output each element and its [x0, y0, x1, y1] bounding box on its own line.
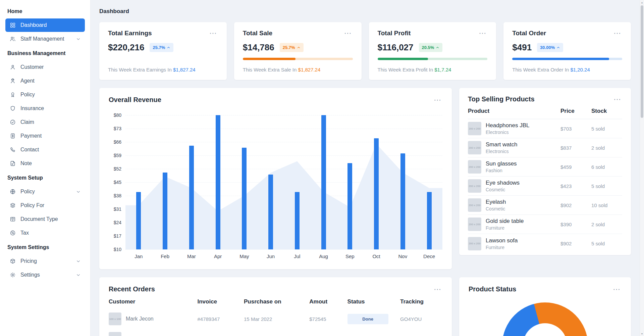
page-title: Dashboard [99, 8, 631, 15]
stat-progress-fill [512, 58, 609, 60]
sidebar-item-document-type[interactable]: Document Type [5, 212, 85, 226]
x-axis-label: Sep [337, 253, 363, 259]
bar-may[interactable] [242, 148, 247, 249]
stat-progress-bar [243, 58, 353, 60]
product-stock: 5 sold [591, 241, 622, 246]
gridline [125, 249, 442, 250]
card-header: Total Earnings⋯ [108, 30, 218, 37]
sidebar-item-agent[interactable]: Agent [5, 74, 85, 88]
y-axis-label: $52 [114, 166, 121, 172]
sidebar-item-staff-management[interactable]: Staff Management [5, 32, 85, 46]
agent-icon [9, 78, 16, 84]
bar-mar[interactable] [189, 146, 194, 249]
ellipsis-menu-button[interactable]: ⋯ [433, 286, 442, 293]
product-row-gold-side-table[interactable]: 200 x 200Gold side tableFurniture$3902 s… [468, 215, 622, 234]
sidebar-item-settings[interactable]: Settings [5, 268, 85, 282]
ellipsis-menu-button[interactable]: ⋯ [433, 96, 442, 104]
ellipsis-menu-button[interactable]: ⋯ [209, 30, 218, 37]
x-axis-label: Feb [152, 253, 178, 259]
sidebar-item-tax[interactable]: Tax [5, 226, 85, 240]
column-header-tracking: Tracking [400, 298, 442, 305]
ellipsis-menu-button[interactable]: ⋯ [343, 30, 353, 37]
x-axis-label: Apr [205, 253, 231, 259]
scroll-up-icon[interactable]: ▲ [640, 0, 644, 5]
bar-sep[interactable] [347, 163, 352, 249]
product-row-smart-watch[interactable]: 200 x 200Smart watchElectronics$8372 sol… [468, 138, 622, 157]
products-table-body: 200 x 200Headphones JBLElectronics$7035 … [468, 119, 622, 253]
sidebar-item-label: Customer [20, 64, 44, 70]
arrow-up-icon [556, 46, 560, 49]
product-row-eye-shadows[interactable]: 200 x 200Eye shadowsCosmetic$4235 sold [468, 177, 622, 196]
sidebar-item-policy-for[interactable]: Policy For [5, 199, 85, 212]
stat-note-amount: $1,20.24 [570, 67, 590, 73]
order-row[interactable]: 100 x 100Mark Jecon#478934715 Mar 2022$7… [109, 309, 442, 329]
product-cell: 200 x 200Eye shadowsCosmetic [468, 179, 560, 193]
y-axis-label: $80 [114, 112, 121, 118]
bar-apr[interactable] [216, 115, 220, 249]
shield-icon [9, 105, 16, 112]
product-row-sun-glasses[interactable]: 200 x 200Sun glassesFashion$4596 sold [468, 157, 622, 177]
sidebar-item-claim[interactable]: Claim [5, 115, 85, 129]
card-header: Overall Revenue ⋯ [109, 96, 442, 104]
product-text: Sun glassesFashion [486, 160, 517, 173]
sidebar-item-contact[interactable]: Contact [5, 143, 85, 156]
sidebar-item-customer[interactable]: Customer [5, 60, 85, 74]
sidebar-section-header: Home [5, 4, 85, 18]
column-header-amout: Amout [309, 298, 347, 305]
bar-aug[interactable] [321, 115, 326, 249]
stats-row: Total Earnings⋯$220,21625.7%This Week Ex… [99, 22, 631, 80]
sidebar-item-insurance[interactable]: Insurance [5, 102, 85, 115]
ellipsis-menu-button[interactable]: ⋯ [613, 96, 622, 103]
sidebar-item-pricing[interactable]: Pricing [5, 254, 85, 268]
column-header-price: Price [560, 108, 591, 114]
sidebar-item-dashboard[interactable]: Dashboard [5, 18, 85, 32]
revenue-bar-chart: $80$73$66$59$52$45$38$31$24$17$10 [109, 115, 442, 249]
y-axis-label: $31 [114, 206, 121, 212]
bar-jul[interactable] [295, 192, 300, 249]
product-category: Cosmetic [486, 187, 520, 192]
product-stock: 2 sold [591, 222, 622, 227]
vertical-scrollbar[interactable]: ▲ ▼ [640, 0, 644, 336]
bar-nov[interactable] [400, 153, 405, 249]
card-title: Product Status [469, 285, 516, 293]
stat-note: This Week Extra Earnings In $1,827.24 [108, 67, 218, 73]
scroll-down-icon[interactable]: ▼ [640, 331, 644, 336]
product-category: Furniture [486, 225, 524, 231]
bar-slot [125, 115, 152, 249]
product-price: $423 [560, 183, 591, 189]
product-cell: 200 x 200Lawson sofaFurniture [468, 237, 560, 250]
sidebar-item-policy[interactable]: Policy [5, 185, 85, 198]
product-row-eyelash[interactable]: 200 x 200EyelashCosmetic$90210 sold [468, 196, 622, 215]
stat-note-amount: $1,827.24 [298, 67, 321, 73]
bar-dece[interactable] [427, 192, 432, 249]
check-circle-icon [9, 119, 16, 126]
stat-change-value: 30.00% [540, 45, 555, 50]
sidebar-item-note[interactable]: Note [5, 157, 85, 170]
product-row-headphones-jbl[interactable]: 200 x 200Headphones JBLElectronics$7035 … [468, 119, 622, 138]
stat-note-amount: $1,827.24 [173, 67, 196, 73]
product-stock: 6 sold [591, 164, 622, 170]
bar-jan[interactable] [136, 192, 141, 249]
product-row-lawson-sofa[interactable]: 200 x 200Lawson sofaFurniture$9025 sold [468, 234, 622, 253]
order-customer-cell: 100 x 100 [109, 332, 197, 336]
sidebar-nav: HomeDashboardStaff ManagementBusiness Ma… [5, 4, 85, 282]
bar-feb[interactable] [163, 173, 167, 249]
sidebar-section-header: System Settings [5, 240, 85, 254]
chart-plot-area [125, 115, 442, 249]
ellipsis-menu-button[interactable]: ⋯ [613, 30, 622, 37]
ellipsis-menu-button[interactable]: ⋯ [478, 30, 487, 37]
gear-icon [9, 272, 16, 278]
sidebar-item-label: Policy [20, 92, 35, 98]
sidebar-item-policy[interactable]: Policy [5, 88, 85, 101]
order-row[interactable]: 100 x 100 [109, 329, 442, 336]
bar-jun[interactable] [268, 175, 273, 249]
x-axis-label: Jan [125, 253, 152, 259]
sidebar-item-payment[interactable]: Payment [5, 129, 85, 143]
card-header: Top Selling Products ⋯ [468, 95, 622, 103]
payment-icon [9, 133, 16, 139]
bar-oct[interactable] [374, 138, 379, 249]
sidebar-section-header: System Setup [5, 171, 85, 185]
scrollbar-thumb[interactable] [641, 5, 643, 118]
donut-wrap [469, 302, 622, 336]
ellipsis-menu-button[interactable]: ⋯ [612, 286, 622, 293]
